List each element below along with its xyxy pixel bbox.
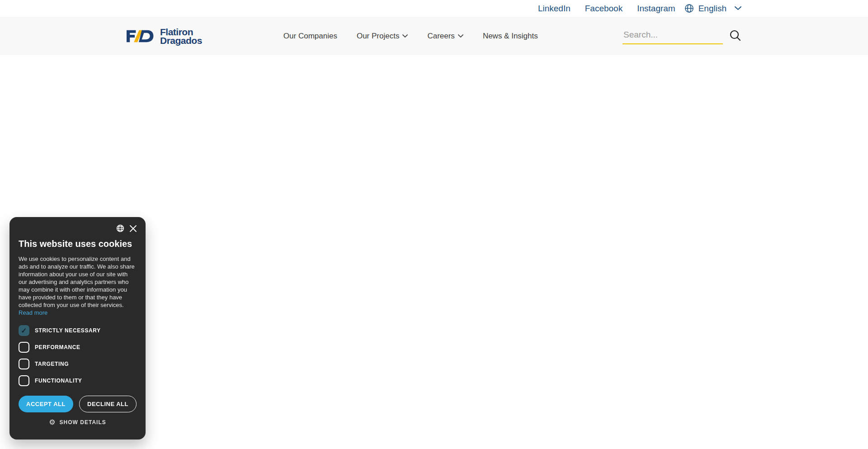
nav-item-news-insights[interactable]: News & Insights [483, 32, 538, 41]
logo-mark-icon [127, 26, 154, 47]
nav-item-our-projects[interactable]: Our Projects [357, 32, 408, 41]
accept-all-button[interactable]: ACCEPT ALL [19, 396, 73, 412]
cookie-category-strictly-necessary[interactable]: ✓ STRICTLY NECESSARY [19, 325, 137, 336]
nav-label: Our Companies [283, 32, 337, 41]
gear-icon: ⚙ [49, 419, 55, 426]
linkedin-link[interactable]: LinkedIn [538, 4, 571, 14]
cookie-dialog-description: We use cookies to personalize content an… [19, 255, 137, 317]
cookie-categories: ✓ STRICTLY NECESSARY PERFORMANCE TARGETI… [19, 325, 137, 386]
language-label: English [698, 4, 726, 14]
decline-all-button[interactable]: DECLINE ALL [79, 396, 137, 412]
checkbox-unchecked[interactable] [19, 342, 29, 353]
cookie-close-button[interactable] [130, 225, 137, 232]
logo[interactable]: Flatiron Dragados [127, 26, 202, 47]
language-selector[interactable]: English [684, 4, 741, 14]
category-label: PERFORMANCE [35, 344, 80, 350]
search-area [623, 28, 741, 44]
nav-item-our-companies[interactable]: Our Companies [283, 32, 337, 41]
cookie-category-targeting[interactable]: TARGETING [19, 359, 137, 369]
chevron-down-icon [402, 34, 408, 38]
facebook-link[interactable]: Facebook [585, 4, 623, 14]
cookie-category-performance[interactable]: PERFORMANCE [19, 342, 137, 353]
cookie-language-button[interactable] [116, 224, 124, 232]
logo-text: Flatiron Dragados [160, 28, 202, 45]
globe-icon [116, 224, 124, 232]
topbar: LinkedIn Facebook Instagram English [0, 0, 868, 17]
nav-label: Our Projects [357, 32, 399, 41]
show-details-button[interactable]: ⚙ SHOW DETAILS [19, 419, 137, 426]
checkbox-unchecked[interactable] [19, 375, 29, 386]
search-input[interactable] [623, 28, 723, 44]
category-label: STRICTLY NECESSARY [35, 327, 101, 334]
cookie-description-text: We use cookies to personalize content an… [19, 255, 135, 308]
instagram-link[interactable]: Instagram [637, 4, 675, 14]
checkbox-unchecked[interactable] [19, 359, 29, 369]
chevron-down-icon [458, 34, 463, 38]
checkbox-checked[interactable]: ✓ [19, 325, 29, 336]
read-more-link[interactable]: Read more [19, 309, 47, 316]
main-nav: Our Companies Our Projects Careers [283, 32, 538, 41]
category-label: TARGETING [35, 361, 69, 367]
cookie-dialog-title: This website uses cookies [19, 239, 137, 249]
cookie-consent-dialog: This website uses cookies We use cookies… [9, 217, 146, 440]
category-label: FUNCTIONALITY [35, 378, 82, 384]
globe-icon [684, 4, 694, 13]
search-icon [729, 29, 741, 42]
chevron-down-icon [735, 6, 741, 10]
show-details-label: SHOW DETAILS [60, 419, 106, 425]
nav-label: Careers [427, 32, 454, 41]
cookie-category-functionality[interactable]: FUNCTIONALITY [19, 375, 137, 386]
close-icon [130, 225, 137, 232]
search-button[interactable] [729, 29, 741, 44]
nav-label: News & Insights [483, 32, 538, 41]
site-header: Flatiron Dragados Our Companies Our Proj… [0, 17, 868, 55]
nav-item-careers[interactable]: Careers [427, 32, 463, 41]
